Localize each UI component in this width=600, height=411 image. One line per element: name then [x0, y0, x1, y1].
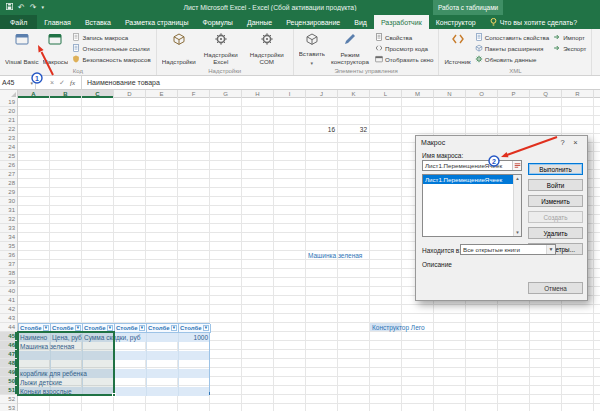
row-header-49[interactable]: 49 [0, 368, 17, 377]
ribbon-button-insert-controls[interactable]: Вставить▾ [297, 30, 327, 66]
ribbon-button-relative-references[interactable]: Относительные ссылки [72, 43, 150, 53]
ribbon-button-view-code[interactable]: Просмотр кода [375, 43, 433, 53]
col-header-K[interactable]: K [338, 90, 370, 98]
row-header-52[interactable]: 52 [0, 395, 17, 404]
col-header-D[interactable]: D [114, 90, 146, 98]
tab-home[interactable]: Главная [37, 15, 78, 29]
macro-name-input-icon[interactable] [512, 161, 521, 170]
col-header-H[interactable]: H [242, 90, 274, 98]
row-header-42[interactable]: 42 [0, 305, 17, 314]
col-header-G[interactable]: G [210, 90, 242, 98]
row-header-40[interactable]: 40 [0, 287, 17, 296]
cell-J36[interactable]: Машинка зеленая [308, 251, 362, 260]
name-box[interactable]: A45 ▾ [0, 76, 36, 89]
macro-name-input[interactable]: Лист1.ПеремещениеЯчеек [422, 160, 522, 171]
col-header-C[interactable]: C [82, 90, 114, 98]
row-header-41[interactable]: 41 [0, 296, 17, 305]
row-header-53[interactable]: 53 [0, 404, 17, 411]
col-header-Q[interactable]: Q [530, 90, 562, 98]
cell-K22[interactable]: 32 [338, 125, 367, 134]
filter-dropdown-icon[interactable]: ▾ [139, 325, 145, 331]
ribbon-button-properties[interactable]: Свойства [375, 32, 433, 42]
fill-handle[interactable] [112, 393, 116, 397]
table-header-cell-4[interactable]: Столбе▾ [147, 324, 179, 333]
row-header-21[interactable]: 21 [0, 116, 17, 125]
col-header-M[interactable]: M [402, 90, 434, 98]
col-header-P[interactable]: P [498, 90, 530, 98]
ribbon-button-import[interactable]: Импорт [553, 32, 586, 42]
location-select[interactable]: Все открытые книги ▼ [460, 244, 556, 255]
ribbon-button-com-add-ins[interactable]: Надстройки COM [244, 30, 290, 66]
ribbon-button-add-ins[interactable]: Надстройки [160, 30, 198, 66]
tab-developer[interactable]: Разработчик [374, 15, 429, 29]
row-header-30[interactable]: 30 [0, 197, 17, 206]
cell-L44[interactable]: Конструктор Лего [372, 323, 425, 332]
ribbon-button-record-macro[interactable]: Запись макроса [72, 32, 150, 42]
row-header-43[interactable]: 43 [0, 314, 17, 323]
row-header-28[interactable]: 28 [0, 179, 17, 188]
row-header-47[interactable]: 47 [0, 350, 17, 359]
tab-formulas[interactable]: Формулы [195, 15, 239, 29]
ribbon-button-macros[interactable]: Макросы [41, 30, 71, 66]
ribbon-button-export[interactable]: Экспорт [553, 43, 586, 53]
row-header-37[interactable]: 37 [0, 260, 17, 269]
tab-view[interactable]: Вид [347, 15, 374, 29]
cancel-button[interactable]: Отмена [528, 282, 583, 294]
ribbon-button-source[interactable]: Источник [442, 30, 472, 66]
save-icon[interactable] [6, 3, 13, 12]
ribbon-button-macro-security[interactable]: Безопасность макросов [72, 54, 150, 64]
row-header-26[interactable]: 26 [0, 161, 17, 170]
run-button[interactable]: Выполнить [528, 163, 583, 175]
qat-customize-icon[interactable]: ▾ [41, 5, 44, 10]
row-header-32[interactable]: 32 [0, 215, 17, 224]
ribbon-button-design-mode[interactable]: Режим конструктора [327, 30, 373, 66]
ribbon-button-show-window[interactable]: Отобразить окно [375, 54, 433, 64]
macro-list[interactable]: ▲ ▼ Лист1.ПеремещениеЯчеек [422, 174, 522, 237]
filter-dropdown-icon[interactable]: ▾ [203, 325, 209, 331]
row-header-25[interactable]: 25 [0, 152, 17, 161]
scroll-up-icon[interactable]: ▲ [514, 175, 521, 182]
insert-function-icon[interactable]: fx [70, 79, 75, 87]
redo-icon[interactable]: ↷ [30, 4, 37, 12]
table-header-cell-3[interactable]: Столбе▾ [115, 324, 147, 333]
tell-me[interactable]: Что вы хотите сделать? [483, 15, 584, 29]
ribbon-button-refresh-data[interactable]: Обновить данные [475, 54, 549, 64]
dialog-close-icon[interactable]: × [569, 138, 582, 147]
edit-button[interactable]: Изменить [528, 195, 583, 207]
tab-data[interactable]: Данные [240, 15, 279, 29]
tab-insert[interactable]: Вставка [78, 15, 118, 29]
col-header-N[interactable]: N [434, 90, 466, 98]
col-header-A[interactable]: A [18, 90, 50, 98]
row-header-29[interactable]: 29 [0, 188, 17, 197]
col-header-E[interactable]: E [146, 90, 178, 98]
macro-list-scrollbar[interactable]: ▲ ▼ [513, 175, 521, 236]
ribbon-button-expansion-packs[interactable]: Пакеты расширения [475, 43, 549, 53]
dialog-title-bar[interactable]: Макрос ? × [416, 136, 587, 149]
formula-input[interactable]: Наименование товара [82, 76, 600, 89]
row-header-48[interactable]: 48 [0, 359, 17, 368]
row-header-35[interactable]: 35 [0, 242, 17, 251]
row-header-45[interactable]: 45 [0, 332, 17, 341]
row-header-23[interactable]: 23 [0, 134, 17, 143]
name-box-caret-icon[interactable]: ▾ [30, 80, 33, 86]
col-header-R[interactable]: R [562, 90, 594, 98]
col-header-I[interactable]: I [274, 90, 306, 98]
table-header-cell-5[interactable]: Столбе▾ [179, 324, 211, 333]
ribbon-button-excel-add-ins[interactable]: Надстройки Excel [198, 30, 244, 66]
row-header-51[interactable]: 51 [0, 386, 17, 395]
col-header-J[interactable]: J [306, 90, 338, 98]
col-header-L[interactable]: L [370, 90, 402, 98]
tab-review[interactable]: Рецензирование [279, 15, 347, 29]
delete-button[interactable]: Удалить [528, 227, 583, 239]
col-header-O[interactable]: O [466, 90, 498, 98]
cancel-entry-icon[interactable]: × [50, 79, 54, 86]
row-header-22[interactable]: 22 [0, 125, 17, 134]
macro-list-item[interactable]: Лист1.ПеремещениеЯчеек [423, 175, 514, 184]
row-header-27[interactable]: 27 [0, 170, 17, 179]
row-header-39[interactable]: 39 [0, 278, 17, 287]
row-header-46[interactable]: 46 [0, 341, 17, 350]
row-header-50[interactable]: 50 [0, 377, 17, 386]
row-header-31[interactable]: 31 [0, 206, 17, 215]
cell-J22[interactable]: 16 [306, 125, 335, 134]
row-header-44[interactable]: 44 [0, 323, 17, 332]
